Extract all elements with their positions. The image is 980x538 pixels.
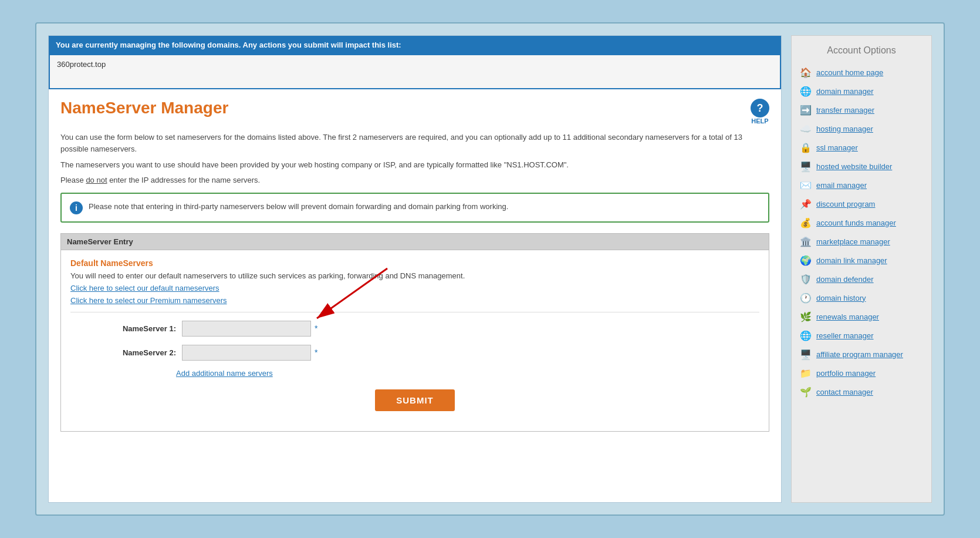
title-row: NameServer Manager ? HELP	[60, 99, 769, 125]
sidebar-label-1: domain manager	[816, 87, 874, 96]
ns2-row: NameServer 2: *	[70, 345, 759, 361]
sidebar-item-domain-manager[interactable]: 🌐domain manager	[792, 82, 931, 100]
sidebar-icon-17: 🌱	[800, 386, 812, 398]
add-ns-link[interactable]: Add additional name servers	[176, 369, 759, 378]
do-not-text: do not	[86, 176, 107, 184]
no-ip-prefix: Please	[60, 176, 86, 184]
sidebar-icon-7: 📌	[800, 198, 812, 210]
sidebar-icon-15: 🖥️	[800, 348, 812, 360]
sidebar-icon-12: 🕐	[800, 292, 812, 304]
sidebar-label-8: account funds manager	[816, 218, 896, 227]
info-text: Please note that entering in third-party…	[89, 201, 508, 213]
sidebar-label-13: renewals manager	[816, 312, 879, 321]
sidebar-item-affiliate-program-manager[interactable]: 🖥️affiliate program manager	[792, 345, 931, 364]
sidebar-label-6: email manager	[816, 181, 867, 190]
no-ip-suffix: enter the IP addresses for the name serv…	[107, 176, 261, 184]
sidebar-label-12: domain history	[816, 294, 866, 302]
main-content: You are currently managing the following…	[48, 35, 782, 503]
sidebar-label-4: ssl manager	[816, 143, 858, 152]
sidebar-item-account-funds-manager[interactable]: 💰account funds manager	[792, 213, 931, 232]
sidebar-icon-6: ✉️	[800, 179, 812, 191]
ns-default-link[interactable]: Click here to select our default nameser…	[70, 284, 759, 292]
sidebar-item-domain-link-manager[interactable]: 🌍domain link manager	[792, 251, 931, 270]
sidebar-item-reseller-manager[interactable]: 🌐reseller manager	[792, 326, 931, 345]
sidebar-item-portfolio-manager[interactable]: 📁portfolio manager	[792, 364, 931, 382]
sidebar-item-account-home-page[interactable]: 🏠account home page	[792, 63, 931, 82]
managed-domain: 360protect.top	[57, 60, 106, 69]
ns2-input[interactable]	[182, 345, 311, 361]
sidebar-label-11: domain defender	[816, 275, 874, 284]
info-icon: i	[70, 201, 83, 214]
sidebar-item-hosting-manager[interactable]: ☁️hosting manager	[792, 119, 931, 138]
ns-premium-link[interactable]: Click here to select our Premium nameser…	[70, 296, 759, 305]
sidebar-title: Account Options	[792, 42, 931, 63]
default-ns-title: Default NameServers	[70, 258, 759, 268]
ns-entry-header: NameServer Entry	[60, 233, 769, 250]
description-2: The nameservers you want to use should h…	[60, 159, 769, 171]
sidebar-label-0: account home page	[816, 68, 883, 77]
sidebar-label-2: transfer manager	[816, 106, 874, 115]
sidebar-item-marketplace-manager[interactable]: 🏛️marketplace manager	[792, 232, 931, 251]
ns2-label: NameServer 2:	[82, 348, 176, 357]
sidebar-label-5: hosted website builder	[816, 162, 892, 171]
sidebar-label-15: affiliate program manager	[816, 350, 903, 359]
submit-row: SUBMIT	[70, 389, 759, 411]
sidebar-label-9: marketplace manager	[816, 237, 890, 246]
sidebar-icon-14: 🌐	[800, 329, 812, 341]
sidebar-item-discount-program[interactable]: 📌discount program	[792, 194, 931, 213]
help-button[interactable]: ? HELP	[751, 99, 769, 125]
ns2-required-star: *	[315, 348, 317, 357]
sidebar-icon-11: 🛡️	[800, 273, 812, 285]
ns-entry-body: Default NameServers You will need to ent…	[60, 250, 769, 432]
page-title: NameServer Manager	[60, 99, 228, 117]
submit-button[interactable]: SUBMIT	[375, 389, 455, 411]
sidebar-item-hosted-website-builder[interactable]: 🖥️hosted website builder	[792, 157, 931, 176]
sidebar-label-16: portfolio manager	[816, 369, 876, 378]
sidebar-label-10: domain link manager	[816, 256, 887, 265]
ns-form: NameServer 1: * NameServer 2: *	[70, 312, 759, 378]
sidebar-icon-16: 📁	[800, 367, 812, 379]
sidebar-item-domain-history[interactable]: 🕐domain history	[792, 288, 931, 307]
domain-notice-bar: You are currently managing the following…	[49, 36, 781, 54]
sidebar-icon-8: 💰	[800, 217, 812, 228]
content-area: NameServer Manager ? HELP You can use th…	[49, 89, 781, 502]
sidebar-icon-0: 🏠	[800, 66, 812, 78]
ns-desc: You will need to enter our default names…	[70, 271, 759, 280]
sidebar-label-17: contact manager	[816, 388, 873, 396]
sidebar-icon-13: 🌿	[800, 311, 812, 322]
no-ip-note: Please do not enter the IP addresses for…	[60, 176, 769, 184]
ns2-container: NameServer 2: *	[70, 345, 759, 361]
sidebar-item-domain-defender[interactable]: 🛡️domain defender	[792, 270, 931, 288]
domain-notice-text: You are currently managing the following…	[56, 41, 401, 49]
sidebar-items: 🏠account home page🌐domain manager➡️trans…	[792, 63, 931, 401]
sidebar-item-email-manager[interactable]: ✉️email manager	[792, 176, 931, 194]
sidebar-icon-2: ➡️	[800, 104, 812, 116]
sidebar-icon-3: ☁️	[800, 123, 812, 134]
help-label: HELP	[751, 117, 768, 125]
sidebar-label-14: reseller manager	[816, 331, 874, 340]
sidebar: Account Options 🏠account home page🌐domai…	[791, 35, 932, 503]
sidebar-icon-5: 🖥️	[800, 160, 812, 172]
ns1-label: NameServer 1:	[82, 324, 176, 333]
outer-frame: You are currently managing the following…	[35, 22, 945, 516]
sidebar-label-7: discount program	[816, 200, 875, 209]
ns1-row: NameServer 1: *	[70, 321, 759, 337]
ns1-input[interactable]	[182, 321, 311, 337]
sidebar-label-3: hosting manager	[816, 125, 873, 133]
domain-list-box: 360protect.top	[49, 54, 781, 89]
sidebar-item-contact-manager[interactable]: 🌱contact manager	[792, 382, 931, 401]
sidebar-icon-9: 🏛️	[800, 236, 812, 247]
sidebar-item-renewals-manager[interactable]: 🌿renewals manager	[792, 307, 931, 326]
sidebar-icon-4: 🔒	[800, 142, 812, 153]
info-box: i Please note that entering in third-par…	[60, 193, 769, 223]
help-icon: ?	[751, 99, 769, 117]
ns1-required-star: *	[315, 324, 317, 333]
sidebar-item-transfer-manager[interactable]: ➡️transfer manager	[792, 100, 931, 119]
description-1: You can use the form below to set namese…	[60, 132, 769, 154]
sidebar-icon-1: 🌐	[800, 85, 812, 97]
sidebar-item-ssl-manager[interactable]: 🔒ssl manager	[792, 138, 931, 157]
sidebar-icon-10: 🌍	[800, 254, 812, 266]
